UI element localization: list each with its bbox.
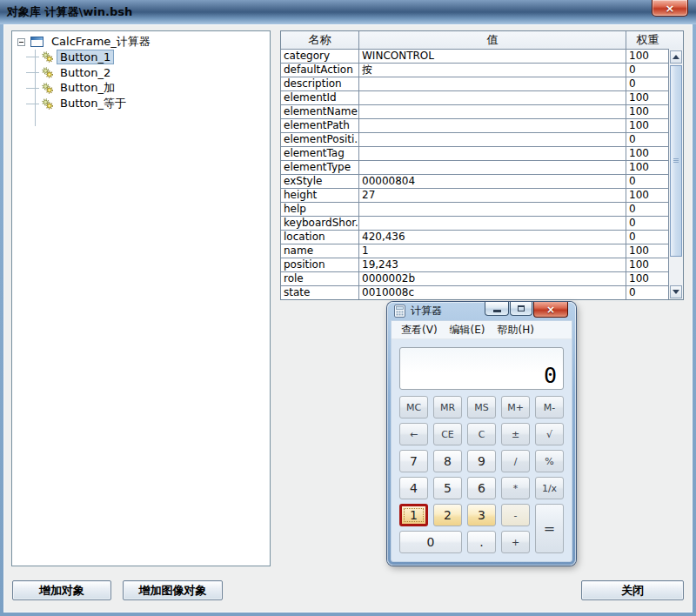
calc-key-1[interactable]: 1 xyxy=(399,504,428,526)
table-cell xyxy=(359,161,626,175)
table-row[interactable]: elementId100 xyxy=(281,91,669,105)
tree-root-label[interactable]: CalcFrame_计算器 xyxy=(48,33,154,50)
table-row[interactable]: help0 xyxy=(281,203,669,217)
table-cell xyxy=(359,147,626,161)
window-close-button[interactable]: × xyxy=(652,0,688,17)
close-dialog-button[interactable]: 关闭 xyxy=(581,580,684,600)
table-row[interactable]: elementName100 xyxy=(281,105,669,119)
tree-item-label[interactable]: Button_1 xyxy=(57,50,114,64)
table-cell: help xyxy=(281,203,359,217)
calc-key-←[interactable]: ← xyxy=(399,423,428,445)
calc-key-M+[interactable]: M+ xyxy=(501,396,530,418)
calc-key-6[interactable]: 6 xyxy=(467,477,496,499)
component-icon xyxy=(42,83,53,94)
calculator-client-area: 查看(V)编辑(E)帮助(H) 0 MCMRMSM+M-←CEC±√789/%4… xyxy=(391,320,572,562)
calc-key-MR[interactable]: MR xyxy=(433,396,462,418)
table-row[interactable]: location420,4360 xyxy=(281,231,669,244)
calculator-title: 计算器 xyxy=(411,304,442,318)
calc-key-/[interactable]: / xyxy=(501,450,530,472)
tree-children: Button_1Button_2Button_加Button_等于 xyxy=(12,49,270,111)
close-icon: × xyxy=(666,2,675,15)
scrollbar-thumb[interactable] xyxy=(670,65,682,257)
calc-key-√[interactable]: √ xyxy=(535,423,564,445)
menu-item[interactable]: 帮助(H) xyxy=(492,322,540,338)
table-row[interactable]: height27100 xyxy=(281,189,669,203)
calc-key-9[interactable]: 9 xyxy=(467,450,496,472)
calculator-close-button[interactable]: × xyxy=(533,302,568,318)
tree-collapse-icon[interactable] xyxy=(17,38,25,46)
scroll-up-button[interactable] xyxy=(670,50,682,64)
tree-item-label[interactable]: Button_加 xyxy=(57,79,118,97)
add-image-object-button[interactable]: 增加图像对象 xyxy=(123,580,223,600)
calc-key-MS[interactable]: MS xyxy=(467,396,496,418)
table-cell: 100 xyxy=(626,258,669,272)
calc-key-C[interactable]: C xyxy=(467,423,496,445)
menu-item[interactable]: 编辑(E) xyxy=(444,322,492,338)
scrollbar-grip-icon xyxy=(673,158,679,164)
minimize-button[interactable] xyxy=(485,302,509,316)
tree-item-label[interactable]: Button_2 xyxy=(57,65,114,80)
calc-key-4[interactable]: 4 xyxy=(399,477,428,499)
calc-key-M-[interactable]: M- xyxy=(535,396,564,418)
scroll-down-button[interactable] xyxy=(670,285,682,298)
calc-key-0[interactable]: 0 xyxy=(399,531,462,553)
column-header-value: 值 xyxy=(359,31,626,50)
calculator-display: 0 xyxy=(399,347,564,390)
table-cell: height xyxy=(281,189,359,203)
calc-key-3[interactable]: 3 xyxy=(467,504,496,526)
table-row[interactable]: name1100 xyxy=(281,244,669,258)
table-cell xyxy=(359,119,626,133)
table-cell xyxy=(359,133,626,147)
table-row[interactable]: description0 xyxy=(281,77,669,91)
table-row[interactable]: exStyle000008040 xyxy=(281,175,669,189)
table-row[interactable]: elementPath100 xyxy=(281,119,669,133)
tree-item-label[interactable]: Button_等于 xyxy=(57,95,130,112)
table-row[interactable]: elementType100 xyxy=(281,161,669,175)
table-cell: keyboardShor... xyxy=(281,217,359,231)
tree-item-Button_加: Button_加 xyxy=(12,80,270,96)
table-row[interactable]: state0010008c0 xyxy=(281,286,669,299)
calculator-icon xyxy=(394,305,405,318)
table-cell: 19,243 xyxy=(359,258,626,272)
window-frame-icon xyxy=(30,37,44,47)
menu-item[interactable]: 查看(V) xyxy=(395,322,444,338)
table-cell: description xyxy=(281,77,359,91)
calc-key-CE[interactable]: CE xyxy=(433,423,462,445)
calc-key-=[interactable]: = xyxy=(535,504,564,553)
table-cell: 1 xyxy=(359,244,626,258)
table-row[interactable]: position19,243100 xyxy=(281,258,669,272)
table-row[interactable]: elementTag100 xyxy=(281,147,669,161)
calc-key-.[interactable]: . xyxy=(467,531,496,553)
table-scrollbar[interactable] xyxy=(668,50,683,299)
table-cell: 按 xyxy=(359,64,626,77)
calc-key--[interactable]: - xyxy=(501,504,530,526)
table-cell: elementTag xyxy=(281,147,359,161)
component-icon xyxy=(42,98,53,110)
calc-key-*[interactable]: * xyxy=(501,477,530,499)
window-titlebar: 对象库 计算器\win.bsh × xyxy=(0,0,696,24)
calc-key-5[interactable]: 5 xyxy=(433,477,462,499)
table-header-row: 名称 值 权重 xyxy=(281,31,683,50)
table-cell: 0 xyxy=(626,133,669,147)
calc-key-+[interactable]: + xyxy=(501,531,530,553)
calc-key-±[interactable]: ± xyxy=(501,423,530,445)
table-row[interactable]: defaultAction按0 xyxy=(281,64,669,77)
table-row[interactable]: elementPositi...0 xyxy=(281,133,669,147)
calc-key-%[interactable]: % xyxy=(535,450,564,472)
table-cell: 100 xyxy=(626,105,669,119)
calc-key-1/x[interactable]: 1/x xyxy=(535,477,564,499)
table-row[interactable]: keyboardShor...0 xyxy=(281,217,669,231)
add-object-button[interactable]: 增加对象 xyxy=(12,580,111,600)
calc-key-MC[interactable]: MC xyxy=(399,396,428,418)
column-header-weight: 权重 xyxy=(626,31,669,50)
table-cell: 0 xyxy=(626,77,669,91)
calc-key-7[interactable]: 7 xyxy=(399,450,428,472)
table-cell: 100 xyxy=(626,161,669,175)
table-row[interactable]: role0000002b100 xyxy=(281,272,669,286)
calc-key-8[interactable]: 8 xyxy=(433,450,462,472)
tree-connector xyxy=(26,104,39,104)
maximize-button[interactable] xyxy=(510,302,532,316)
table-row[interactable]: categoryWINCONTROL100 xyxy=(281,50,669,64)
table-cell: elementPath xyxy=(281,119,359,133)
calc-key-2[interactable]: 2 xyxy=(433,504,462,526)
